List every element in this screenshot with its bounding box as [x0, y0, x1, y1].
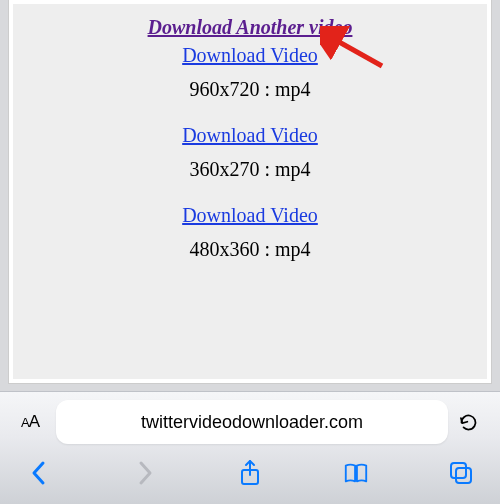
toolbar-row: [0, 452, 500, 504]
tabs-icon: [448, 460, 474, 486]
download-section: Download Video 360x270 : mp4: [17, 122, 483, 182]
page-content: Download Another video Download Video 96…: [13, 4, 487, 379]
svg-rect-5: [456, 468, 471, 483]
reload-icon: [458, 412, 479, 433]
text-size-button[interactable]: AA: [14, 412, 46, 432]
download-section: Download Video 480x360 : mp4: [17, 202, 483, 262]
resolution-label: 960x720 : mp4: [17, 76, 483, 102]
download-video-link[interactable]: Download Video: [17, 202, 483, 228]
forward-button: [132, 460, 158, 486]
download-section: Download Video 960x720 : mp4: [17, 42, 483, 102]
chevron-right-icon: [136, 460, 154, 486]
resolution-label: 360x270 : mp4: [17, 156, 483, 182]
browser-chrome: AA twittervideodownloader.com: [0, 391, 500, 504]
page-content-frame: Download Another video Download Video 96…: [8, 0, 492, 384]
address-bar-row: AA twittervideodownloader.com: [0, 400, 500, 452]
back-button[interactable]: [26, 460, 52, 486]
resolution-label: 480x360 : mp4: [17, 236, 483, 262]
share-icon: [238, 459, 262, 487]
tabs-button[interactable]: [448, 460, 474, 486]
chevron-left-icon: [30, 460, 48, 486]
url-text: twittervideodownloader.com: [141, 412, 363, 433]
reload-button[interactable]: [458, 412, 486, 433]
share-button[interactable]: [237, 460, 263, 486]
book-icon: [343, 461, 369, 485]
download-video-link[interactable]: Download Video: [17, 42, 483, 68]
svg-rect-4: [451, 463, 466, 478]
download-another-video-link[interactable]: Download Another video: [17, 14, 483, 40]
download-video-link[interactable]: Download Video: [17, 122, 483, 148]
address-bar[interactable]: twittervideodownloader.com: [56, 400, 448, 444]
bookmarks-button[interactable]: [343, 460, 369, 486]
